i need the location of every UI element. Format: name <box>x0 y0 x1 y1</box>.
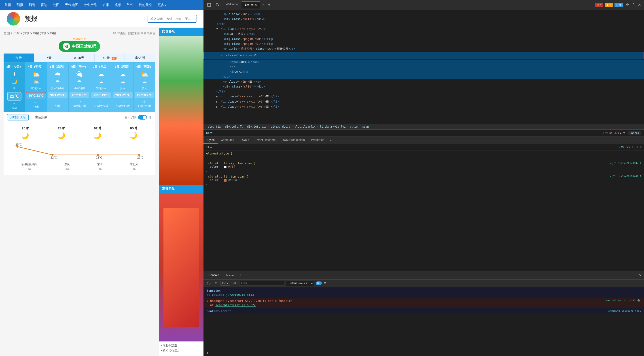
css-link-2[interactable]: c_7d.css?v=20170407:1 <box>610 175 641 178</box>
nav-mysky[interactable]: 我的天空 <box>139 3 152 7</box>
cls-button[interactable]: .cls <box>626 145 630 149</box>
styles-tab-more[interactable]: » <box>327 137 334 144</box>
breadcrumb-item[interactable]: p.tem <box>350 125 358 128</box>
console-eye-btn[interactable]: 👁 <box>232 281 238 286</box>
tab-40days[interactable]: 40天 hot <box>94 54 125 62</box>
vertical-dots-icon[interactable]: ⋮ <box>631 2 636 8</box>
console-tab-issues[interactable]: Issues <box>224 272 238 278</box>
warn-badge[interactable]: ▲ 4 <box>605 3 613 7</box>
info-badge[interactable]: ● 66 <box>614 3 623 7</box>
forecast-col-6[interactable]: 9日（周四） ⛅ ☁ 多云 29℃/22℃ ◁≈ 3-4级转<3级 <box>134 63 155 112</box>
console-clear-btn[interactable]: 🚫 <box>206 281 212 286</box>
breadcrumb-item[interactable]: li.sky.skyid.lv1 <box>320 125 346 128</box>
city-name-badge[interactable]: 🌿 中国天然氧吧 <box>59 41 100 52</box>
styles-tab-events[interactable]: Event Listeners <box>252 137 278 144</box>
breadcrumb-item[interactable]: div.left-div <box>247 125 266 128</box>
styles-tab-styles[interactable]: Styles <box>204 137 218 144</box>
breadcrumb-item[interactable]: div.left.fl <box>225 125 242 128</box>
console-msg-loc-2[interactable]: index.ts.666c83f5.js:1 <box>608 309 641 312</box>
add-rule-button[interactable]: + <box>632 145 634 149</box>
news-item-1[interactable]: • 河北保定逢... <box>161 343 202 347</box>
nav-cloud[interactable]: 云图 <box>53 3 60 7</box>
console-msg-main-1: Uncaught TypeError: $(...).on is not a f… <box>210 299 604 303</box>
href-cancel-button[interactable]: Cancel <box>628 131 641 135</box>
dom-line-slash: "/" <box>204 65 644 69</box>
console-gear-icon[interactable]: ⚙ <box>324 281 326 285</box>
devtools-header-icons: ⚙ ⋮ ✕ <box>625 2 642 8</box>
styles-tab-dom-bp[interactable]: DOM Breakpoints <box>278 137 308 144</box>
nav-video[interactable]: 视频 <box>114 3 121 7</box>
console-tab-console[interactable]: Console <box>206 272 222 278</box>
tab-today[interactable]: 今天 <box>4 54 34 62</box>
temp-box-6: 29℃/22℃ <box>134 92 154 98</box>
nav-map[interactable]: 天气地图 <box>65 3 78 7</box>
sub-tab-life[interactable]: 生活指数 <box>32 114 50 120</box>
main-content: 全国 > 广东 > 深圳 > 城区 深圳 > 城区 18:00更新 | 数据来源… <box>0 28 204 356</box>
news-item-2[interactable]: • 航拍视角看... <box>161 349 202 353</box>
top-selector[interactable]: top ▾ <box>220 281 230 286</box>
temp-box-0: 22℃ <box>7 92 22 101</box>
breadcrumb-item[interactable]: .clearfix <box>206 125 221 128</box>
close-icon[interactable]: ✕ <box>639 273 642 277</box>
console-close-btn[interactable]: ✕ <box>639 273 642 277</box>
device-icon[interactable] <box>214 2 221 8</box>
search-icon[interactable]: 🔍 <box>637 299 641 303</box>
nav-solar[interactable]: 节气 <box>126 3 133 7</box>
close-icon[interactable]: ✕ <box>637 2 642 8</box>
console-link-1[interactable]: searchCityList.js:53:22 <box>215 303 256 307</box>
console-msg-loc-1[interactable]: searchCityList.js:53 <box>606 299 636 302</box>
tab-welcome[interactable]: Welcome <box>223 1 241 9</box>
sub-tabs: 分时段预报 生活指数 蓝天预报 开 <box>4 112 155 123</box>
breadcrumb-item[interactable]: div#37 d.c7d <box>271 125 290 128</box>
console-levels-select[interactable]: Default levels ▼ <box>286 281 314 286</box>
nav-forecast[interactable]: 预报 <box>16 3 23 7</box>
css-colon-2: : <box>220 178 224 182</box>
toggle-switch[interactable] <box>138 115 147 120</box>
href-nav-up[interactable]: ▲ <box>620 131 622 134</box>
error-badge[interactable]: ⊘ 4 <box>595 3 603 7</box>
nav-home[interactable]: 首页 <box>4 3 11 7</box>
nav-pro[interactable]: 专业产品 <box>84 3 97 7</box>
forecast-col-3[interactable]: 6日（周一） 🌦 🌧 小雨转阴 26℃/19℃ ≈↗ <3级转3-4级 <box>69 63 90 112</box>
tab-8-15days[interactable]: 8-15天 <box>64 54 94 62</box>
add-style-button[interactable]: ⊞ <box>636 145 638 149</box>
blue-sky-toggle[interactable]: 蓝天预报 开 <box>124 115 152 120</box>
forecast-col-2[interactable]: 5日（后天） 🌧 🌧 多云转小雨 30℃/23℃ ≈≈ <3级 <box>47 63 69 112</box>
console-filter-input[interactable] <box>239 281 284 286</box>
sub-tab-hourly[interactable]: 分时段预报 <box>7 114 28 120</box>
forecast-col-1[interactable]: 4日（明天） ⛅ ⛅ 晴转多云 30℃/23℃ ≈≈ <3级 <box>25 63 47 112</box>
nav-warning[interactable]: 预警 <box>28 3 35 7</box>
tab-elements[interactable]: Elements <box>242 1 260 9</box>
tab-7days[interactable]: 7天 <box>34 54 64 62</box>
tab-radar[interactable]: 雷达图 <box>125 54 155 62</box>
console-input[interactable] <box>210 351 641 355</box>
styles-tab-layout[interactable]: Layout <box>237 137 252 144</box>
styles-tab-computed[interactable]: Computed <box>218 137 237 144</box>
breadcrumb-item[interactable]: span <box>362 125 369 128</box>
copy-button[interactable]: ⎘ <box>640 145 642 149</box>
styles-tab-props[interactable]: Properties <box>308 137 327 144</box>
breadcrumb-item[interactable]: ul.t.clearfix <box>294 125 316 128</box>
inspect-icon[interactable] <box>206 2 212 8</box>
dom-line-highlighted[interactable]: <p class="tem"> == $0 <box>204 52 644 59</box>
search-input[interactable] <box>148 15 197 23</box>
nav-news[interactable]: 资讯 <box>102 3 109 7</box>
tab-more[interactable]: » <box>260 1 266 9</box>
console-filter-btn[interactable]: ⊘ <box>214 281 218 286</box>
console-add-tab[interactable]: + <box>239 273 242 278</box>
city-badge-icon: 🌿 <box>63 43 70 50</box>
css-link-1[interactable]: c_7d.css?v=20170407:1 <box>610 162 641 164</box>
forecast-col-4[interactable]: 7日（周二） ☁ ☁ 阴转多云 25℃/19℃ ↗≈ 3-4级转<3级 <box>90 63 112 112</box>
settings-icon[interactable]: ⚙ <box>625 2 630 8</box>
forecast-col-today[interactable]: 3日（今天） ☀ 🌙 晴 22℃ ≈ <3级 <box>4 63 25 112</box>
nav-more[interactable]: 更多▾ <box>158 3 166 7</box>
add-tab-button[interactable]: + <box>266 1 272 9</box>
dom-line: ▼ <li class="sky skyid lv1"> <box>204 27 644 32</box>
href-nav-down[interactable]: ▼ <box>623 131 625 134</box>
hour-icon-2: 🌙 <box>94 132 101 139</box>
console-link-0[interactable]: pcvideo.js?20190718:3:13 <box>212 293 254 296</box>
forecast-col-5[interactable]: 8日（周三） ☁ ☁ 多云 28℃/21℃ ≈◁ <3级转3-4级 <box>112 63 134 112</box>
console-msg-sub-1: at searchCityList.js:53:22 <box>210 303 604 307</box>
nav-radar[interactable]: 雷达 <box>41 3 48 7</box>
hov-button[interactable]: :hov <box>619 145 624 149</box>
